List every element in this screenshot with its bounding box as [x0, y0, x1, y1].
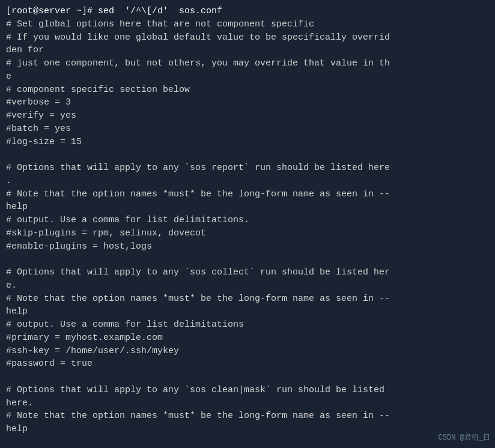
terminal-line-6: #verbose = 3: [6, 96, 489, 109]
terminal-line-21: #ssh-key = /home/user/.ssh/mykey: [6, 345, 489, 358]
terminal-line-1: [root@server ~]# sed '/^\[/d' sos.conf: [6, 5, 489, 18]
terminal-line-25: # Note that the option names *must* be t…: [6, 410, 489, 436]
terminal-line-24: # Options that will apply to any `sos cl…: [6, 384, 489, 410]
terminal-line-17: # Options that will apply to any `sos co…: [6, 266, 489, 292]
terminal-line-10: [6, 148, 489, 162]
terminal-line-16: [6, 253, 489, 266]
terminal-line-8: #batch = yes: [6, 123, 489, 136]
terminal-line-2: # Set global options here that are not c…: [6, 18, 489, 31]
terminal-line-11: # Options that will apply to any `sos re…: [6, 162, 489, 188]
terminal: [root@server ~]# sed '/^\[/d' sos.conf #…: [0, 0, 495, 448]
terminal-line-22: #password = true: [6, 357, 489, 371]
terminal-line-20: #primary = myhost.example.com: [6, 331, 489, 345]
watermark: CSDN @君衍_日: [439, 433, 490, 443]
terminal-line-7: #verify = yes: [6, 109, 489, 123]
terminal-line-13: # output. Use a comma for list delimitat…: [6, 214, 489, 227]
terminal-line-4: # just one component, but not others, yo…: [6, 57, 489, 83]
terminal-line-12: # Note that the option names *must* be t…: [6, 188, 489, 214]
terminal-line-23: [6, 371, 489, 384]
terminal-line-18: # Note that the option names *must* be t…: [6, 292, 489, 319]
terminal-line-5: # component specific section below: [6, 83, 489, 97]
terminal-line-14: #skip-plugins = rpm, selinux, dovecot: [6, 227, 489, 240]
terminal-line-3: # If you would like one global default v…: [6, 31, 489, 58]
terminal-line-15: #enable-plugins = host,logs: [6, 240, 489, 253]
terminal-line-19: # output. Use a comma for list delimitat…: [6, 318, 489, 331]
terminal-line-9: #log-size = 15: [6, 136, 489, 149]
